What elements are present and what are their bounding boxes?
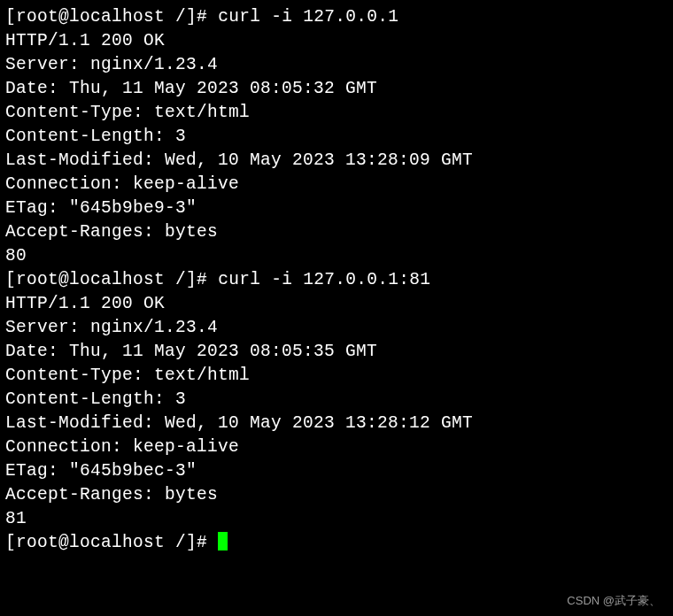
output-line: Connection: keep-alive <box>5 435 668 459</box>
prompt-user: root <box>16 533 58 552</box>
prompt-open: [ <box>5 270 16 289</box>
prompt-hash: # <box>197 7 207 27</box>
output-line: Last-Modified: Wed, 10 May 2023 13:28:12… <box>5 412 668 435</box>
command-2: curl -i 127.0.0.1:81 <box>218 270 430 289</box>
output-line: Content-Length: 3 <box>5 388 668 412</box>
prompt-at: @ <box>58 533 69 552</box>
output-line: Server: nginx/1.23.4 <box>5 53 668 77</box>
prompt-at: @ <box>58 270 69 289</box>
output-line: Date: Thu, 11 May 2023 08:05:32 GMT <box>5 77 668 101</box>
output-line: Accept-Ranges: bytes <box>5 220 668 244</box>
prompt-line-3[interactable]: [root@localhost /]# <box>5 531 668 555</box>
prompt-host: localhost <box>69 7 165 27</box>
prompt-open: [ <box>5 7 16 27</box>
cursor-icon <box>218 532 228 551</box>
prompt-hash: # <box>197 270 207 289</box>
prompt-close: ] <box>186 533 197 552</box>
output-line: Content-Length: 3 <box>5 125 668 149</box>
prompt-host: localhost <box>69 533 165 552</box>
output-line: Date: Thu, 11 May 2023 08:05:35 GMT <box>5 340 668 364</box>
prompt-path: / <box>165 7 186 27</box>
prompt-host: localhost <box>69 270 165 289</box>
prompt-line-1[interactable]: [root@localhost /]# curl -i 127.0.0.1 <box>5 5 668 29</box>
output-line: HTTP/1.1 200 OK <box>5 29 668 53</box>
prompt-path: / <box>165 270 186 289</box>
output-body-2: 81 <box>5 507 668 531</box>
output-line: ETag: "645b9be9-3" <box>5 196 668 220</box>
output-line: HTTP/1.1 200 OK <box>5 292 668 316</box>
output-line: Connection: keep-alive <box>5 173 668 196</box>
output-line: Accept-Ranges: bytes <box>5 483 668 507</box>
output-line: Content-Type: text/html <box>5 364 668 388</box>
prompt-line-2[interactable]: [root@localhost /]# curl -i 127.0.0.1:81 <box>5 268 668 292</box>
output-line: Server: nginx/1.23.4 <box>5 316 668 340</box>
output-line: Content-Type: text/html <box>5 101 668 125</box>
output-body-1: 80 <box>5 244 668 268</box>
prompt-close: ] <box>186 270 197 289</box>
watermark: CSDN @武子豪、 <box>567 593 661 609</box>
output-line: Last-Modified: Wed, 10 May 2023 13:28:09… <box>5 149 668 173</box>
prompt-hash: # <box>197 533 207 552</box>
command-1: curl -i 127.0.0.1 <box>218 7 398 27</box>
prompt-path: / <box>165 533 186 552</box>
prompt-open: [ <box>5 533 16 552</box>
output-line: ETag: "645b9bec-3" <box>5 459 668 483</box>
prompt-user: root <box>16 7 58 27</box>
prompt-close: ] <box>186 7 197 27</box>
prompt-at: @ <box>58 7 69 27</box>
prompt-user: root <box>16 270 58 289</box>
